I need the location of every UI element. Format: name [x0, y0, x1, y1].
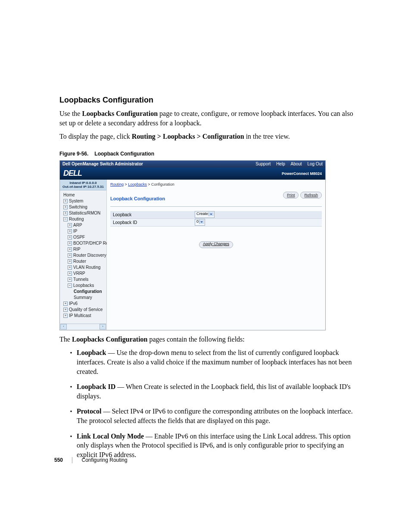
tree-loopbacks-configuration[interactable]: Configuration: [61, 289, 106, 295]
refresh-button[interactable]: Refresh: [300, 192, 322, 199]
label: Configuration: [74, 289, 102, 294]
link-logout[interactable]: Log Out: [307, 162, 323, 166]
tree-home[interactable]: Home: [61, 192, 106, 198]
tree-vrrp[interactable]: +VRRP: [61, 271, 106, 277]
link-support[interactable]: Support: [255, 162, 271, 166]
label: OSPF: [73, 235, 85, 240]
page-footer: 550 │ Configuring Routing: [54, 457, 128, 463]
text-bold: Routing > Loopbacks > Configuration: [132, 133, 244, 140]
sidebar: Inband IP:0.0.0.0 Out-of-band IP:10.27.5…: [60, 180, 107, 330]
section-name: Configuring Routing: [82, 457, 128, 463]
tree-loopbacks-summary[interactable]: Summary: [61, 295, 106, 301]
scroll-track[interactable]: [67, 324, 100, 329]
text: in the tree view.: [244, 133, 290, 140]
expand-icon[interactable]: +: [68, 241, 72, 246]
expand-icon[interactable]: +: [68, 247, 72, 252]
breadcrumb-loopbacks[interactable]: Loopbacks: [128, 182, 147, 187]
label: Quality of Service: [69, 307, 103, 312]
breadcrumb-current: Configuration: [151, 182, 174, 187]
tree-switching[interactable]: +Switching: [61, 204, 106, 210]
tree-system[interactable]: +System: [61, 198, 106, 204]
expand-icon[interactable]: +: [63, 211, 68, 215]
expand-icon[interactable]: +: [68, 259, 72, 264]
para-afterfig: The Loopbacks Configuration pages contai…: [59, 335, 359, 344]
scroll-right-icon[interactable]: ›: [100, 324, 106, 330]
tree-ospf[interactable]: +OSPF: [61, 234, 106, 240]
nav-tree: Home +System +Switching +Statistics/RMON…: [60, 190, 106, 320]
label-loopback: Loopback: [110, 212, 195, 217]
tree-routing[interactable]: −Routing: [61, 216, 106, 222]
expand-icon[interactable]: +: [63, 308, 68, 312]
window-title: Dell OpenManage Switch Administrator: [62, 161, 143, 168]
tree-rip[interactable]: +RIP: [61, 246, 106, 252]
tree-vlan-routing[interactable]: +VLAN Routing: [61, 264, 106, 271]
list-item: Loopback — Use the drop-down menu to sel…: [77, 348, 359, 376]
label: IP: [73, 229, 77, 233]
titlebar-links: Support Help About Log Out: [251, 161, 323, 168]
tree-stats[interactable]: +Statistics/RMON: [61, 210, 106, 216]
expand-icon[interactable]: +: [63, 205, 68, 209]
text: The: [59, 336, 72, 343]
text-bold: Loopbacks Configuration: [82, 110, 158, 117]
text-bold: Loopbacks Configuration: [72, 336, 148, 343]
apply-changes-button[interactable]: Apply Changes: [199, 241, 233, 248]
expand-icon[interactable]: +: [68, 253, 72, 258]
label: ARP: [73, 223, 82, 227]
collapse-icon[interactable]: −: [63, 217, 68, 221]
scroll-left-icon[interactable]: ‹: [60, 324, 67, 330]
section-heading: Loopbacks Configuration: [59, 96, 359, 105]
label: Switching: [69, 205, 87, 209]
link-help[interactable]: Help: [276, 162, 285, 166]
field-name: Loopback: [77, 349, 106, 356]
text: pages contain the following fields:: [147, 336, 244, 343]
tree-tunnels[interactable]: +Tunnels: [61, 277, 106, 283]
expand-icon[interactable]: +: [63, 302, 68, 306]
tree-bootp[interactable]: +BOOTP/DHCP Relay Ag: [61, 240, 106, 246]
link-about[interactable]: About: [290, 162, 302, 166]
dell-logo: DELL: [63, 169, 82, 178]
expand-icon[interactable]: +: [63, 314, 68, 318]
tree-ipv6[interactable]: +IPv6: [61, 301, 106, 307]
label: Router Discovery: [73, 253, 106, 258]
brand-bar: DELL PowerConnect M8024: [60, 168, 325, 180]
tree-loopbacks[interactable]: −Loopbacks: [61, 283, 106, 289]
para-1: Use the Loopbacks Configuration page to …: [59, 109, 359, 128]
panel-title: Loopback Configuration: [110, 196, 165, 201]
row-loopback: Loopback Create: [110, 211, 322, 219]
row-loopback-id: Loopback ID 0: [110, 219, 322, 227]
outofband-ip: Out-of-band IP:10.27.5.31: [62, 185, 105, 189]
tree-router-discovery[interactable]: +Router Discovery: [61, 252, 106, 258]
tree-ip-multicast[interactable]: +IP Multicast: [61, 313, 106, 319]
select-loopback-id[interactable]: 0: [195, 219, 205, 226]
field-desc: — Select IPv4 or IPv6 to configure the c…: [77, 408, 353, 424]
tree-qos[interactable]: +Quality of Service: [61, 307, 106, 313]
expand-icon[interactable]: +: [63, 199, 68, 203]
select-loopback[interactable]: Create: [195, 211, 215, 218]
collapse-icon[interactable]: −: [68, 283, 72, 288]
print-button[interactable]: Print: [283, 192, 299, 199]
label-loopback-id: Loopback ID: [110, 220, 195, 225]
label: Home: [63, 193, 75, 197]
label: RIP: [73, 247, 81, 252]
tree-arp[interactable]: +ARP: [61, 222, 106, 228]
field-list: Loopback — Use the drop-down menu to sel…: [59, 348, 359, 459]
text: Use the: [59, 110, 82, 117]
expand-icon[interactable]: +: [68, 277, 72, 282]
field-name: Protocol: [77, 408, 101, 415]
expand-icon[interactable]: +: [68, 235, 72, 240]
expand-icon[interactable]: +: [68, 265, 72, 270]
para-2: To display the page, click Routing > Loo…: [59, 132, 359, 141]
figure-number: Figure 9-56.: [59, 151, 88, 157]
breadcrumb-routing[interactable]: Routing: [110, 182, 124, 187]
expand-icon[interactable]: +: [68, 223, 72, 227]
sidebar-scrollbar[interactable]: ‹ ›: [60, 324, 106, 330]
tree-router[interactable]: +Router: [61, 258, 106, 264]
text: To display the page, click: [59, 133, 132, 140]
label: Router: [73, 259, 86, 264]
expand-icon[interactable]: +: [68, 271, 72, 276]
tree-ip[interactable]: +IP: [61, 228, 106, 234]
inband-ip: Inband IP:0.0.0.0: [62, 181, 105, 185]
label: VLAN Routing: [73, 265, 100, 270]
window-titlebar: Dell OpenManage Switch Administrator Sup…: [60, 161, 325, 168]
expand-icon[interactable]: +: [68, 229, 72, 233]
